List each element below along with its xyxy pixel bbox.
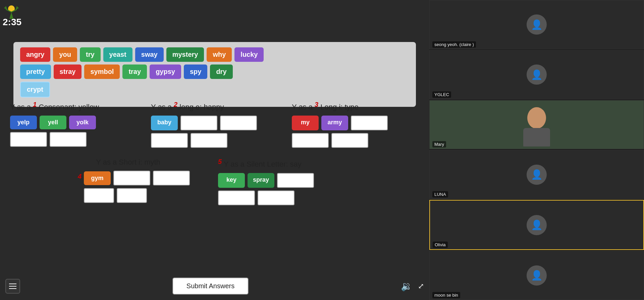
header [3,3,20,20]
word-chip-crypt[interactable]: crypt [20,82,50,97]
placed-my[interactable]: my [292,116,319,130]
cat2-blank1[interactable] [180,116,217,130]
word-chip-dry[interactable]: dry [210,65,232,79]
moonsebin-avatar: 👤 [527,265,547,286]
participant-tile-luna: 👤 LUNA [429,150,644,199]
olivia-avatar: 👤 [527,215,547,235]
category-row1: Y as a 1 Consonant: yellow yelp yell yol… [10,101,419,148]
cat3-blank3[interactable] [331,133,368,148]
bottom-bar: Submit Answers 🔉 ⤢ [5,277,424,295]
participant-tile-olivia: 👤 Olivia [429,200,644,250]
word-chip-angry[interactable]: angry [20,47,50,62]
participant-tile-yglec: 👤 YGLEC [429,50,644,99]
claire-avatar: 👤 [527,14,547,35]
menu-button[interactable] [5,279,20,294]
word-chip-spy[interactable]: spy [184,65,207,79]
category-long-e: Y as a 2 long e: happy baby [151,101,278,148]
word-chip-you[interactable]: you [53,47,77,62]
svg-marker-1 [9,12,13,19]
word-chip-lucky[interactable]: lucky [234,47,264,62]
cat4-blank1[interactable] [113,171,150,185]
cat5-slots: key spray [218,173,345,188]
word-bank: angry you try yeast sway mystery why luc… [13,42,416,107]
cat1-blank2[interactable] [50,132,87,147]
word-bank-row2: pretty stray symbol tray gypsy spy dry [20,65,409,79]
cat4-extra-blanks [84,188,198,203]
placed-yolk[interactable]: yolk [69,116,96,129]
participant-tile-moonsebin: 👤 moon se bin [429,251,644,300]
cat5-blank3[interactable] [258,190,294,205]
moonsebin-video: 👤 [430,251,644,300]
cat4-blank3[interactable] [84,188,114,203]
svg-rect-7 [523,128,550,146]
svg-marker-5 [15,6,19,10]
placed-spray[interactable]: spray [248,173,274,188]
word-chip-why[interactable]: why [207,47,232,62]
cat5-blank2[interactable] [218,190,255,205]
placed-army[interactable]: army [321,116,348,130]
word-chip-sway[interactable]: sway [135,47,164,62]
word-bank-row1: angry you try yeast sway mystery why luc… [20,47,409,62]
cat3-num: 3 [315,101,318,108]
volume-icon[interactable]: 🔉 [401,281,413,292]
category-silent: 5 Y as a Silent Letter: say key spray [218,158,345,205]
right-controls: 🔉 ⤢ [401,281,424,292]
cat3-blank1[interactable] [351,116,388,130]
cat5-extra-blanks [218,190,345,205]
cat2-blank2[interactable] [220,116,257,130]
category-short-i: Y as a Short i: myth 4 gym [84,158,198,205]
placed-gym[interactable]: gym [84,171,111,185]
word-chip-mystery[interactable]: mystery [166,47,204,62]
cat2-blank4[interactable] [191,133,227,148]
cat5-blank1[interactable] [277,173,314,188]
cat3-title: Y as a 3 Long i: type [292,101,419,112]
main-content: 2:35 angry you try yeast sway mystery wh… [0,0,429,300]
yglec-avatar: 👤 [527,65,547,85]
word-chip-yeast[interactable]: yeast [103,47,132,62]
cat2-blank3[interactable] [151,133,188,148]
categories-area: Y as a 1 Consonant: yellow yelp yell yol… [10,101,419,215]
svg-marker-4 [4,6,7,10]
submit-button[interactable]: Submit Answers [172,277,249,295]
placed-baby[interactable]: baby [151,116,178,130]
participants-sidebar: 👤 seong yeoh. (claire ) 👤 YGLEC Mary 👤 L… [429,0,644,300]
word-chip-gypsy[interactable]: gypsy [150,65,181,79]
luna-avatar: 👤 [527,165,547,185]
app-logo [3,3,20,20]
participant-tile-mary: Mary [429,100,644,149]
placed-key[interactable]: key [218,173,245,188]
menu-line3 [9,288,16,289]
category-row2: Y as a Short i: myth 4 gym 5 Y as a Sile… [10,158,419,205]
cat1-slots: yelp yell yolk [10,116,138,129]
category-long-i: Y as a 3 Long i: type my army [292,101,419,148]
yglec-video: 👤 [430,50,644,99]
cat1-blank1[interactable] [10,132,47,147]
word-chip-try[interactable]: try [80,47,101,62]
svg-point-8 [530,112,543,127]
mary-video [430,100,644,149]
cat5-num: 5 [218,158,222,165]
minimize-icon[interactable]: ⤢ [418,282,424,291]
cat2-num: 2 [174,101,177,108]
word-chip-stray[interactable]: stray [54,65,82,79]
cat4-blank4[interactable] [117,188,147,203]
cat1-title: Y as a 1 Consonant: yellow [10,101,138,112]
placed-yelp[interactable]: yelp [10,116,37,129]
word-chip-tray[interactable]: tray [122,65,147,79]
cat5-title: 5 Y as a Silent Letter: say [218,158,345,169]
cat2-slots: baby [151,116,278,130]
placed-yell[interactable]: yell [40,116,66,129]
word-chip-symbol[interactable]: symbol [84,65,120,79]
menu-line2 [9,286,16,287]
cat4-blank2[interactable] [153,171,190,185]
menu-line1 [9,284,16,284]
participant-tile-claire: 👤 seong yeoh. (claire ) [429,0,644,49]
cat3-blank2[interactable] [292,133,329,148]
category-consonant: Y as a 1 Consonant: yellow yelp yell yol… [10,101,138,148]
cat4-num: 4 [78,173,82,180]
cat1-extra-blanks [10,132,138,147]
word-chip-pretty[interactable]: pretty [20,65,51,79]
claire-video: 👤 [430,0,644,49]
luna-video: 👤 [430,150,644,199]
cat4-title: Y as a Short i: myth [84,158,198,167]
